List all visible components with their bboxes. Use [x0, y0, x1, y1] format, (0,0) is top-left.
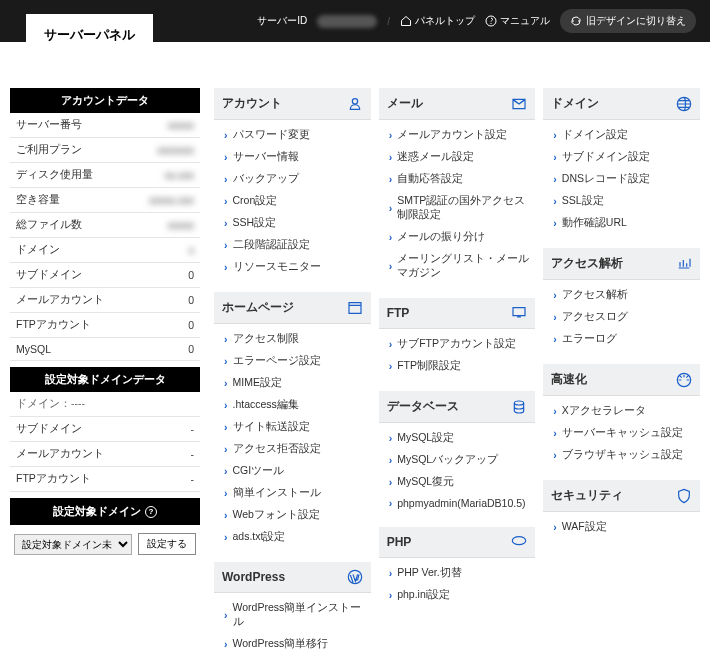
menu-item[interactable]: Cron設定 [214, 190, 371, 212]
shield-icon [676, 488, 692, 504]
panel-FTP: FTPサブFTPアカウント設定FTP制限設定 [379, 298, 536, 383]
content-grid: アカウントパスワード変更サーバー情報バックアップCron設定SSH設定二段階認証… [214, 88, 700, 657]
menu-item[interactable]: サーバーキャッシュ設定 [543, 422, 700, 444]
account-data-header: アカウントデータ [10, 88, 200, 113]
panel-title: PHP [387, 535, 412, 549]
row-value: - [175, 442, 201, 467]
menu-item[interactable]: WAF設定 [543, 516, 700, 538]
switch-design-button[interactable]: 旧デザインに切り替え [560, 9, 696, 33]
menu-item[interactable]: CGIツール [214, 460, 371, 482]
mail-icon [511, 96, 527, 112]
panel-データベース: データベースMySQL設定MySQLバックアップMySQL復元phpmyadmi… [379, 391, 536, 519]
menu-item[interactable]: リソースモニター [214, 256, 371, 278]
row-value: xxxxx.xxx [131, 188, 200, 213]
row-label: ドメイン [10, 238, 131, 263]
speed-icon [676, 372, 692, 388]
domain-data-table: サブドメイン-メールアカウント-FTPアカウント- [10, 417, 200, 492]
menu-item[interactable]: アクセス拒否設定 [214, 438, 371, 460]
menu-item[interactable]: サブFTPアカウント設定 [379, 333, 536, 355]
menu-item[interactable]: PHP Ver.切替 [379, 562, 536, 584]
menu-item[interactable]: サブドメイン設定 [543, 146, 700, 168]
row-value: 0 [131, 338, 200, 361]
menu-item[interactable]: php.ini設定 [379, 584, 536, 606]
row-label: サーバー番号 [10, 113, 131, 138]
row-label: サブドメイン [10, 263, 131, 288]
target-domain-select[interactable]: 設定対象ドメイン未 [14, 534, 132, 555]
panel-header: PHP [379, 527, 536, 558]
sidebar: アカウントデータ サーバー番号xxxxxご利用プランxxxxxxxディスク使用量… [10, 88, 200, 563]
panel-header: ドメイン [543, 88, 700, 120]
menu-item[interactable]: SSH設定 [214, 212, 371, 234]
panel-メール: メールメールアカウント設定迷惑メール設定自動応答設定SMTP認証の国外アクセス制… [379, 88, 536, 290]
manual-link[interactable]: マニュアル [485, 14, 550, 28]
menu-item[interactable]: SSL設定 [543, 190, 700, 212]
menu-item[interactable]: 自動応答設定 [379, 168, 536, 190]
panel-title: データベース [387, 398, 459, 415]
row-label: FTPアカウント [10, 467, 175, 492]
domain-data-header: 設定対象ドメインデータ [10, 367, 200, 392]
menu-item[interactable]: エラーページ設定 [214, 350, 371, 372]
menu-item[interactable]: ブラウザキャッシュ設定 [543, 444, 700, 466]
row-value: - [175, 417, 201, 442]
menu-item[interactable]: アクセス解析 [543, 284, 700, 306]
panel-ドメイン: ドメインドメイン設定サブドメイン設定DNSレコード設定SSL設定動作確認URL [543, 88, 700, 240]
menu-item[interactable]: 簡単インストール [214, 482, 371, 504]
menu-item[interactable]: phpmyadmin(MariaDB10.5) [379, 493, 536, 513]
menu-item[interactable]: サーバー情報 [214, 146, 371, 168]
menu-item[interactable]: FTP制限設定 [379, 355, 536, 377]
domain-row: FTPアカウント- [10, 467, 200, 492]
menu-item[interactable]: 動作確認URL [543, 212, 700, 234]
panel-title: ホームページ [222, 299, 294, 316]
row-label: MySQL [10, 338, 131, 361]
menu-item[interactable]: WordPress簡単移行 [214, 633, 371, 655]
menu-item[interactable]: MIME設定 [214, 372, 371, 394]
menu-item[interactable]: アクセス制限 [214, 328, 371, 350]
menu-item[interactable]: 迷惑メール設定 [379, 146, 536, 168]
refresh-icon [570, 15, 582, 27]
panel-top-link[interactable]: パネルトップ [400, 14, 475, 28]
panel-header: 高速化 [543, 364, 700, 396]
row-value: 0 [131, 288, 200, 313]
menu-item[interactable]: アクセスログ [543, 306, 700, 328]
globe-icon [676, 96, 692, 112]
menu-item[interactable]: メールの振り分け [379, 226, 536, 248]
menu-item[interactable]: 二段階認証設定 [214, 234, 371, 256]
panel-高速化: 高速化Xアクセラレータサーバーキャッシュ設定ブラウザキャッシュ設定 [543, 364, 700, 472]
panel-header: アクセス解析 [543, 248, 700, 280]
menu-item[interactable]: SMTP認証の国外アクセス制限設定 [379, 190, 536, 226]
row-value: x [131, 238, 200, 263]
help-icon[interactable]: ? [145, 506, 157, 518]
menu-item[interactable]: DNSレコード設定 [543, 168, 700, 190]
menu-item[interactable]: メールアカウント設定 [379, 124, 536, 146]
menu-item[interactable]: MySQLバックアップ [379, 449, 536, 471]
menu-item[interactable]: WordPress簡単インストール [214, 597, 371, 633]
account-row: ドメインx [10, 238, 200, 263]
menu-item[interactable]: Xアクセラレータ [543, 400, 700, 422]
domain-value-row: ドメイン：---- [10, 392, 200, 417]
panel-title: セキュリティ [551, 487, 623, 504]
chart-icon [676, 256, 692, 272]
row-label: メールアカウント [10, 288, 131, 313]
set-domain-button[interactable]: 設定する [138, 533, 196, 555]
menu-item[interactable]: サイト転送設定 [214, 416, 371, 438]
menu-item[interactable]: .htaccess編集 [214, 394, 371, 416]
panel-WordPress: WordPressWordPress簡単インストールWordPress簡単移行W… [214, 562, 371, 657]
account-row: サブドメイン0 [10, 263, 200, 288]
menu-item[interactable]: Webフォント設定 [214, 504, 371, 526]
menu-item[interactable]: メーリングリスト・メールマガジン [379, 248, 536, 284]
row-label: ディスク使用量 [10, 163, 131, 188]
row-value: 0 [131, 313, 200, 338]
menu-item[interactable]: MySQL復元 [379, 471, 536, 493]
menu-item[interactable]: バックアップ [214, 168, 371, 190]
panel-header: セキュリティ [543, 480, 700, 512]
menu-item[interactable]: エラーログ [543, 328, 700, 350]
menu-item[interactable]: MySQL設定 [379, 427, 536, 449]
row-value: xxxxx [131, 113, 200, 138]
row-label: メールアカウント [10, 442, 175, 467]
panel-header: アカウント [214, 88, 371, 120]
menu-item[interactable]: ドメイン設定 [543, 124, 700, 146]
server-id-value: xxxxxxxx [317, 15, 377, 28]
menu-item[interactable]: ads.txt設定 [214, 526, 371, 548]
panel-PHP: PHPPHP Ver.切替php.ini設定 [379, 527, 536, 612]
menu-item[interactable]: パスワード変更 [214, 124, 371, 146]
